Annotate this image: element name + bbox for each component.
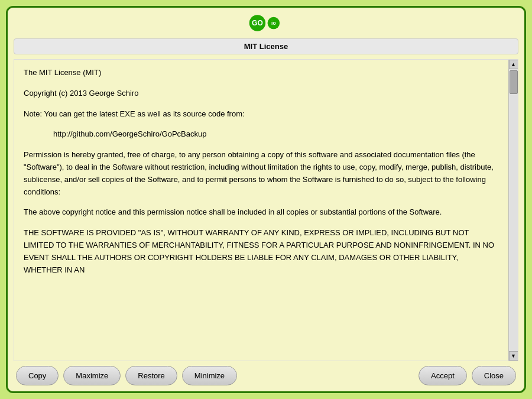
title-bar: MIT License xyxy=(14,38,518,54)
license-url: http://github.com/GeorgeSchiro/GoPcBacku… xyxy=(53,128,499,141)
license-text-area[interactable]: The MIT License (MIT) Copyright (c) 2013… xyxy=(14,60,508,361)
license-warranty: THE SOFTWARE IS PROVIDED "AS IS", WITHOU… xyxy=(24,227,499,276)
app-logo: GO io xyxy=(248,14,284,33)
accept-button[interactable]: Accept xyxy=(419,366,467,385)
bottom-bar: Copy Maximize Restore Minimize Accept Cl… xyxy=(14,361,518,387)
scrollbar-thumb[interactable] xyxy=(510,70,518,94)
restore-button[interactable]: Restore xyxy=(125,366,177,385)
svg-text:io: io xyxy=(271,20,276,26)
maximize-button[interactable]: Maximize xyxy=(63,366,121,385)
scroll-up-arrow[interactable]: ▲ xyxy=(509,60,518,69)
svg-text:GO: GO xyxy=(252,19,263,27)
window-title: MIT License xyxy=(244,42,288,51)
license-line-3: Note: You can get the latest EXE as well… xyxy=(24,108,499,121)
minimize-button[interactable]: Minimize xyxy=(182,366,237,385)
main-window: GO io MIT License The MIT License (MIT) … xyxy=(6,6,526,393)
scroll-down-arrow[interactable]: ▼ xyxy=(509,351,518,361)
license-copyright-notice: The above copyright notice and this perm… xyxy=(24,206,499,219)
license-line-1: The MIT License (MIT) xyxy=(24,67,499,79)
logo-area: GO io xyxy=(248,14,284,35)
copy-button[interactable]: Copy xyxy=(16,366,59,385)
license-line-2: Copyright (c) 2013 George Schiro xyxy=(24,87,499,100)
close-button[interactable]: Close xyxy=(472,366,516,385)
content-area: The MIT License (MIT) Copyright (c) 2013… xyxy=(14,59,518,361)
scrollbar-track[interactable]: ▲ ▼ xyxy=(508,60,518,361)
license-permission: Permission is hereby granted, free of ch… xyxy=(24,149,499,198)
